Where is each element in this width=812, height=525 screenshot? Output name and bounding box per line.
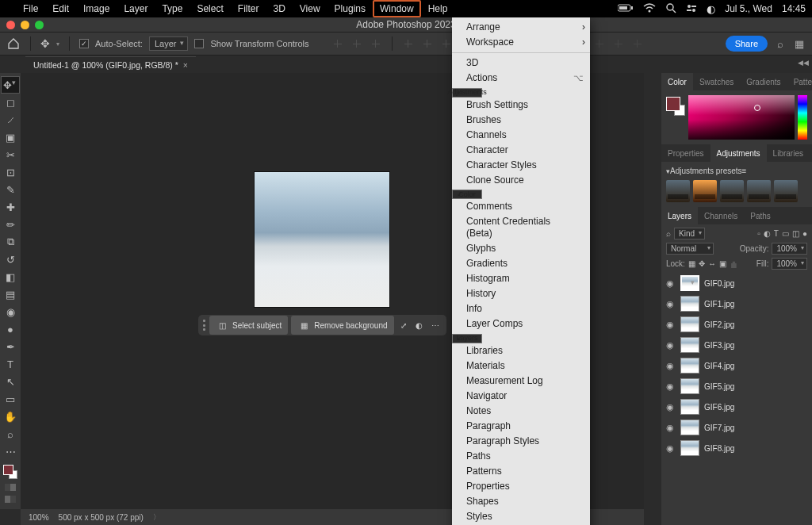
- remove-background-button[interactable]: ▦Remove background: [291, 316, 393, 335]
- brush-tool[interactable]: ✏: [1, 216, 20, 233]
- align-icon[interactable]: [440, 37, 453, 50]
- lasso-tool[interactable]: ⟋: [1, 111, 20, 128]
- show-transform-checkbox[interactable]: [194, 39, 204, 48]
- filter-icon[interactable]: ▫: [757, 229, 760, 238]
- menu-item-workspace[interactable]: Workspace: [452, 35, 590, 50]
- share-button[interactable]: Share: [726, 36, 768, 52]
- layer-thumbnail[interactable]: [680, 296, 699, 312]
- menu-item-histogram[interactable]: Histogram: [452, 271, 590, 286]
- menubar-file[interactable]: File: [16, 0, 45, 17]
- hue-slider[interactable]: [798, 95, 807, 140]
- menu-item-adjustments[interactable]: Adjustments: [452, 88, 482, 98]
- tab-adjustments[interactable]: Adjustments: [710, 144, 767, 162]
- blur-tool[interactable]: ◉: [1, 303, 20, 320]
- layer-name[interactable]: GIF7.jpg: [704, 423, 734, 432]
- tab-channels[interactable]: Channels: [698, 207, 744, 224]
- select-subject-button[interactable]: ◫Select subject: [209, 316, 288, 335]
- eraser-tool[interactable]: ◧: [1, 268, 20, 285]
- siri-icon[interactable]: ◐: [707, 3, 715, 15]
- kind-select[interactable]: Kind: [674, 228, 705, 240]
- visibility-icon[interactable]: ◉: [665, 381, 676, 392]
- visibility-icon[interactable]: ◉: [665, 298, 676, 309]
- menu-item-paragraph-styles[interactable]: Paragraph Styles: [452, 434, 590, 449]
- crop-tool[interactable]: ✂: [1, 146, 20, 163]
- tab-properties[interactable]: Properties: [661, 144, 710, 162]
- document-tab[interactable]: Untitled-1 @ 100% (GIF0.jpg, RGB/8) *×: [25, 56, 196, 73]
- type-tool[interactable]: T: [1, 355, 20, 373]
- layer-name[interactable]: GIF8.jpg: [704, 444, 734, 453]
- menu-item-color[interactable]: Color: [452, 190, 482, 199]
- layer-row[interactable]: ◉GIF2.jpg: [661, 314, 812, 335]
- preset-thumb[interactable]: [666, 180, 690, 202]
- layer-thumbnail[interactable]: [680, 358, 699, 374]
- menu-item-comments[interactable]: Comments: [452, 199, 590, 214]
- menubar-3d[interactable]: 3D: [266, 0, 292, 17]
- preset-thumb[interactable]: [693, 180, 717, 202]
- layer-row[interactable]: ◉GIF1.jpg: [661, 293, 812, 314]
- menubar-time[interactable]: 14:45: [782, 3, 806, 14]
- menu-item-libraries[interactable]: Libraries: [452, 343, 590, 358]
- menu-item-brush-settings[interactable]: Brush Settings: [452, 98, 590, 113]
- visibility-icon[interactable]: ◉: [665, 319, 676, 330]
- drag-handle-icon[interactable]: [203, 320, 206, 331]
- lock-pixels-icon[interactable]: ▦: [688, 259, 695, 268]
- tab-layers[interactable]: Layers: [661, 207, 698, 224]
- tab-color[interactable]: Color: [661, 73, 693, 90]
- menu-item-actions[interactable]: Actions: [452, 71, 590, 86]
- object-select-tool[interactable]: ▣: [1, 128, 20, 146]
- layer-name[interactable]: GIF2.jpg: [704, 320, 734, 329]
- filter-icon[interactable]: ▭: [782, 229, 789, 238]
- tab-gradients[interactable]: Gradients: [740, 73, 787, 90]
- menu-item-paths[interactable]: Paths: [452, 449, 590, 464]
- preset-thumb[interactable]: [774, 180, 798, 202]
- menu-item-measurement-log[interactable]: Measurement Log: [452, 374, 590, 389]
- layer-thumbnail[interactable]: [680, 316, 699, 332]
- menu-item-content-credentials-beta-[interactable]: Content Credentials (Beta): [452, 214, 590, 241]
- history-brush-tool[interactable]: ↺: [1, 251, 20, 268]
- shape-tool[interactable]: ▭: [1, 390, 20, 408]
- home-icon[interactable]: [6, 36, 21, 51]
- move-tool[interactable]: ✥: [1, 76, 20, 94]
- frame-tool[interactable]: ⊡: [1, 163, 20, 181]
- lock-position-icon[interactable]: ✥: [699, 259, 705, 268]
- menubar-edit[interactable]: Edit: [45, 0, 76, 17]
- menu-item-channels[interactable]: Channels: [452, 128, 590, 143]
- menu-item-properties[interactable]: Properties: [452, 479, 590, 494]
- menu-item-layer-comps[interactable]: Layer Comps: [452, 316, 590, 331]
- visibility-icon[interactable]: ◉: [665, 443, 676, 454]
- panel-color-swatch[interactable]: [666, 97, 685, 116]
- more-icon[interactable]: ⋯: [429, 319, 442, 331]
- contextual-task-bar[interactable]: ◫Select subject ▦Remove background ⤢ ◐ ⋯: [198, 315, 446, 335]
- spotlight-icon[interactable]: [665, 2, 676, 16]
- zoom-tool[interactable]: ⌕: [1, 425, 20, 443]
- document-canvas[interactable]: [255, 172, 389, 307]
- tab-paths[interactable]: Paths: [744, 207, 777, 224]
- align-icon[interactable]: [331, 37, 344, 50]
- lock-icon[interactable]: [730, 259, 738, 268]
- lock-all-icon[interactable]: ▣: [719, 259, 726, 268]
- visibility-icon[interactable]: ◉: [665, 339, 676, 351]
- menu-item-layers[interactable]: Layers: [452, 334, 482, 343]
- layer-row[interactable]: ◉GIF8.jpg: [661, 438, 812, 458]
- menu-item-materials[interactable]: Materials: [452, 358, 590, 374]
- collapse-panels-icon[interactable]: ◀◀: [798, 59, 809, 67]
- search-icon[interactable]: ⌕: [774, 37, 787, 50]
- visibility-icon[interactable]: ◉: [665, 360, 676, 371]
- zoom-level[interactable]: 100%: [29, 513, 49, 522]
- menubar-type[interactable]: Type: [155, 0, 190, 17]
- layer-row[interactable]: ◉GIF3.jpg: [661, 335, 812, 355]
- menu-item-character[interactable]: Character: [452, 143, 590, 158]
- layer-name[interactable]: GIF0.jpg: [704, 279, 734, 288]
- menu-item-paragraph[interactable]: Paragraph: [452, 419, 590, 434]
- stamp-tool[interactable]: ⧉: [1, 233, 20, 251]
- wifi-icon[interactable]: [643, 3, 656, 15]
- menu-item-navigator[interactable]: Navigator: [452, 389, 590, 404]
- menu-item-shapes[interactable]: Shapes: [452, 494, 590, 509]
- layer-row[interactable]: ◉GIF5.jpg: [661, 376, 812, 397]
- gradient-tool[interactable]: ▤: [1, 285, 20, 303]
- layer-name[interactable]: GIF3.jpg: [704, 341, 734, 350]
- layer-row[interactable]: ◉GIF7.jpg: [661, 417, 812, 438]
- visibility-icon[interactable]: ◉: [665, 278, 676, 289]
- layer-thumbnail[interactable]: [680, 399, 699, 415]
- filter-icon[interactable]: T: [774, 229, 779, 238]
